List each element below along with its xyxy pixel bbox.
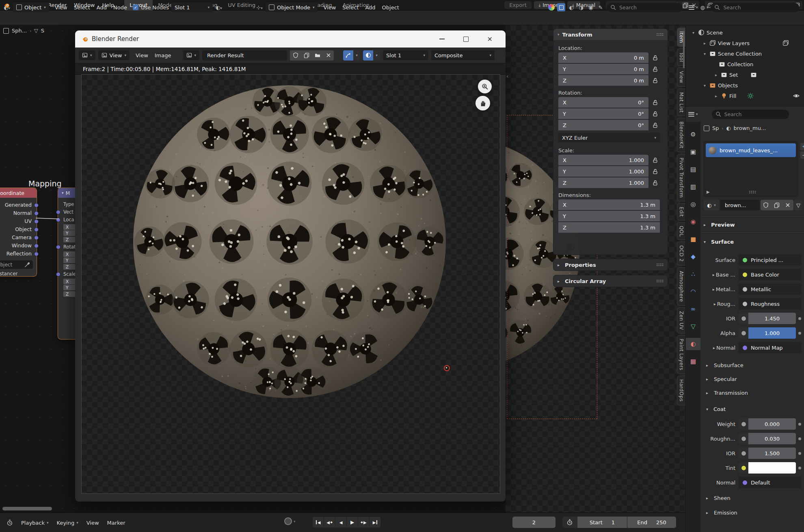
dimension-field[interactable]: Z1.3 m bbox=[558, 222, 660, 233]
outliner-search-input[interactable] bbox=[722, 4, 761, 11]
window-titlebar[interactable]: Blender Render ✕ bbox=[75, 30, 506, 48]
viewport-shading-rendered-icon[interactable]: ◑ bbox=[577, 4, 585, 11]
outliner-row-fill[interactable]: ▸ Fill bbox=[686, 91, 804, 101]
collection-icon[interactable] bbox=[750, 71, 757, 78]
scale-field[interactable]: Y1.000 bbox=[558, 166, 648, 177]
lock-icon[interactable] bbox=[652, 111, 658, 117]
rotation-field[interactable]: Z0° bbox=[558, 120, 648, 130]
rotation-field[interactable]: X0° bbox=[558, 97, 648, 108]
outliner-display-mode-icon[interactable]: ▾ bbox=[689, 5, 698, 10]
view-layer-properties-tab-icon[interactable]: ▥ bbox=[686, 181, 700, 193]
viewport-menu[interactable]: Object bbox=[379, 4, 402, 11]
view-layer-icon[interactable] bbox=[782, 40, 789, 46]
display-mode-dropdown[interactable]: View▾ bbox=[98, 50, 130, 60]
sidebar-tab[interactable]: QOL bbox=[677, 222, 685, 240]
animate-dot-icon[interactable] bbox=[798, 423, 801, 426]
breadcrumb-material[interactable]: brown_mu... bbox=[733, 125, 766, 131]
modifiers-properties-tab-icon[interactable]: ◆ bbox=[686, 251, 700, 263]
viewport-shading-solid-icon[interactable] bbox=[557, 3, 565, 11]
browse-material-icon[interactable]: ◐▾ bbox=[704, 200, 719, 210]
alpha-slider[interactable]: 1.000 bbox=[748, 327, 796, 339]
animate-dot-icon[interactable] bbox=[798, 467, 801, 469]
close-button[interactable]: ✕ bbox=[487, 35, 493, 43]
outliner-row-objects[interactable]: ▾ Objects bbox=[686, 80, 804, 91]
animate-dot-icon[interactable] bbox=[798, 452, 801, 455]
breadcrumb-object[interactable]: Sp bbox=[712, 125, 719, 131]
sidebar-tab[interactable]: Atmosphere bbox=[677, 267, 685, 306]
fake-user-shield-icon[interactable] bbox=[761, 200, 772, 210]
image-editor-type-icon[interactable]: ▾ bbox=[79, 50, 95, 60]
dimension-field[interactable]: X1.3 m bbox=[558, 199, 660, 210]
coat-normal-dropdown[interactable]: Default bbox=[739, 477, 801, 488]
scale-field[interactable]: Z1.000 bbox=[558, 177, 648, 188]
nodetree-toggle-icon[interactable]: ▽ bbox=[794, 200, 802, 210]
collapsed-panel[interactable]: ▸Circular Array bbox=[553, 275, 668, 287]
minimize-button[interactable] bbox=[439, 39, 445, 39]
output-properties-tab-icon[interactable]: ▤ bbox=[686, 163, 700, 175]
properties-search-input[interactable] bbox=[724, 111, 770, 118]
panel-grip-icon[interactable] bbox=[656, 263, 664, 266]
image-editor-menu[interactable]: View bbox=[132, 52, 151, 58]
texture-properties-tab-icon[interactable]: ▦ bbox=[686, 355, 700, 368]
shader-editor-type-icon[interactable]: ◐▾ bbox=[3, 4, 11, 11]
unlink-x-icon[interactable] bbox=[323, 50, 334, 61]
normal-input[interactable]: Normal Map bbox=[739, 342, 801, 353]
annotate-brush-icon[interactable]: ✎ bbox=[597, 4, 604, 11]
lock-icon[interactable] bbox=[652, 55, 658, 61]
animate-dot-icon[interactable] bbox=[798, 437, 801, 440]
coat-tint-color-swatch[interactable] bbox=[748, 462, 796, 474]
panel-grip-icon[interactable] bbox=[749, 190, 756, 194]
use-preview-range-clock-icon[interactable] bbox=[562, 517, 577, 528]
collapsed-section[interactable]: ▸Transmission bbox=[704, 386, 801, 400]
properties-editor-type-icon[interactable]: ▾ bbox=[688, 112, 698, 117]
object-properties-tab-icon[interactable]: ■ bbox=[686, 233, 700, 245]
next-keyframe-button[interactable]: ◆▶ bbox=[358, 517, 369, 528]
scale-field[interactable]: X1.000 bbox=[558, 155, 648, 165]
collapsed-section[interactable]: ▸Specular bbox=[704, 372, 801, 386]
location-field[interactable]: Y0 m bbox=[558, 64, 648, 74]
viewport-menu[interactable]: View bbox=[320, 4, 339, 11]
sidebar-tab[interactable]: OCD 2 bbox=[677, 242, 685, 266]
particles-properties-tab-icon[interactable]: ∴ bbox=[686, 268, 700, 280]
jump-to-start-button[interactable]: ◀ bbox=[313, 517, 324, 528]
viewport-menu[interactable]: Select bbox=[339, 4, 362, 11]
lock-icon[interactable] bbox=[652, 122, 658, 128]
image-name-field[interactable]: Render Result bbox=[202, 50, 287, 61]
node-output-socket[interactable]: Window bbox=[0, 241, 37, 249]
collapsed-section[interactable]: ▸Emission bbox=[704, 505, 801, 520]
sidebar-tab[interactable]: Zen UV bbox=[677, 307, 685, 333]
socket-chip[interactable] bbox=[739, 448, 748, 459]
shader-menu[interactable]: Node bbox=[110, 4, 130, 11]
world-properties-tab-icon[interactable]: ◉ bbox=[686, 216, 700, 228]
shader-menu[interactable]: Select bbox=[71, 4, 93, 11]
scene-properties-tab-icon[interactable]: ◎ bbox=[686, 198, 700, 210]
coat-weight-slider[interactable]: 0.000 bbox=[748, 418, 796, 430]
animate-dot-icon[interactable] bbox=[798, 317, 801, 320]
chevron-right-icon[interactable]: ▸ bbox=[711, 346, 715, 350]
viewport-menu[interactable]: Add bbox=[362, 4, 378, 11]
auto-keyframe-button[interactable] bbox=[284, 517, 292, 525]
slot-dropdown[interactable]: Slot 1▾ bbox=[171, 2, 213, 12]
chevron-down-icon[interactable]: ▾ bbox=[702, 83, 707, 88]
sidebar-tab[interactable]: Edit bbox=[677, 203, 685, 221]
jump-to-end-button[interactable]: ▶ bbox=[370, 517, 380, 528]
remove-material-slot-button[interactable]: − bbox=[800, 151, 804, 159]
chevron-right-icon[interactable]: ▸ bbox=[702, 41, 707, 45]
new-image-icon[interactable] bbox=[301, 50, 312, 61]
display-sphere-icon[interactable] bbox=[363, 50, 373, 61]
image-editor-menu[interactable]: Image bbox=[151, 52, 175, 58]
outliner-row-set[interactable]: ▸ Set bbox=[686, 69, 804, 80]
texcoord-object-field[interactable]: Object bbox=[0, 260, 33, 269]
add-material-slot-button[interactable]: + bbox=[800, 143, 804, 150]
duplicate-material-icon[interactable] bbox=[772, 200, 782, 210]
node-output-socket[interactable]: UV bbox=[0, 217, 37, 225]
chevron-down-icon[interactable]: ▾ bbox=[294, 519, 296, 523]
physics-properties-tab-icon[interactable]: ◠ bbox=[686, 285, 700, 298]
play-button[interactable]: ▶ bbox=[347, 517, 358, 528]
sidebar-tab[interactable]: BlenderKit bbox=[677, 118, 685, 152]
render-result-image[interactable] bbox=[81, 74, 500, 494]
current-frame-field[interactable]: 2 bbox=[512, 517, 555, 528]
outliner-row-scene[interactable]: ▾ Scene bbox=[686, 27, 804, 38]
socket-chip[interactable] bbox=[739, 313, 748, 324]
surface-shader-dropdown[interactable]: Principled ... bbox=[739, 254, 801, 266]
